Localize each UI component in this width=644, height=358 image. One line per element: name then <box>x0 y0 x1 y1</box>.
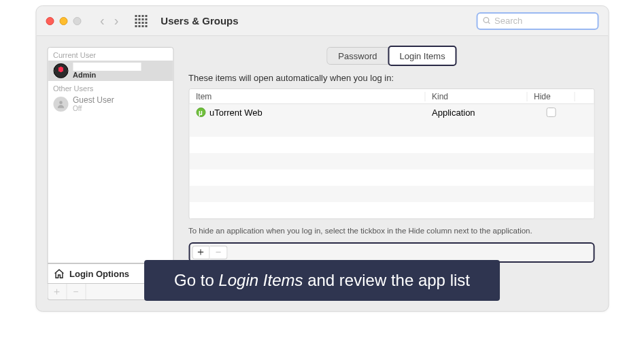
svg-line-1 <box>488 22 490 24</box>
forward-button: › <box>114 13 119 29</box>
login-options-label: Login Options <box>69 269 129 279</box>
titlebar: ‹ › Users & Groups <box>36 6 608 36</box>
tab-password[interactable]: Password <box>327 48 388 64</box>
table-row[interactable]: µ uTorrent Web Application <box>189 104 594 120</box>
caption-suffix: and review the app list <box>303 271 469 289</box>
nav-arrows: ‹ › <box>100 13 118 29</box>
current-user-row[interactable]: Admin <box>48 61 173 81</box>
user-list: Current User Admin Other Users <box>47 47 173 263</box>
add-item-button[interactable]: ＋ <box>192 246 209 259</box>
col-item[interactable]: Item <box>189 92 425 101</box>
minimize-button[interactable] <box>59 17 67 25</box>
search-field-container[interactable] <box>476 12 598 30</box>
guest-user-row[interactable]: Guest User Off <box>48 94 173 114</box>
utorrent-icon: µ <box>196 108 205 117</box>
empty-rows <box>189 120 594 218</box>
login-items-description: These items will open automatically when… <box>188 73 594 83</box>
house-icon <box>53 268 65 280</box>
tabs: Password Login Items <box>326 47 456 65</box>
instruction-caption: Go to Login Items and review the app lis… <box>144 260 500 301</box>
current-user-header: Current User <box>48 48 173 61</box>
other-users-header: Other Users <box>48 81 173 94</box>
item-kind: Application <box>425 108 527 118</box>
svg-point-2 <box>59 101 63 105</box>
guest-user-status: Off <box>73 105 114 112</box>
zoom-button <box>73 17 81 25</box>
close-button[interactable] <box>46 17 54 25</box>
current-user-name <box>73 63 141 71</box>
avatar <box>53 97 68 112</box>
hide-checkbox[interactable] <box>546 108 556 117</box>
remove-user-button: － <box>67 284 86 299</box>
tab-login-items[interactable]: Login Items <box>388 46 456 66</box>
item-name: uTorrent Web <box>209 108 262 118</box>
svg-point-0 <box>484 18 489 23</box>
login-items-table: Item Kind Hide µ uTorrent Web Applicatio… <box>188 88 594 219</box>
current-user-role: Admin <box>73 71 141 79</box>
search-input[interactable] <box>494 16 592 26</box>
col-kind[interactable]: Kind <box>425 92 527 101</box>
back-button[interactable]: ‹ <box>100 13 105 29</box>
add-user-button: ＋ <box>48 284 67 299</box>
window-controls <box>46 17 81 25</box>
window-title: Users & Groups <box>160 15 238 27</box>
avatar <box>53 63 68 78</box>
caption-prefix: Go to <box>174 271 218 289</box>
search-icon <box>482 16 491 25</box>
remove-item-button[interactable]: － <box>209 246 227 259</box>
hide-hint: To hide an application when you log in, … <box>188 226 542 237</box>
show-all-icon[interactable] <box>135 15 147 27</box>
col-hide[interactable]: Hide <box>527 92 575 101</box>
guest-user-name: Guest User <box>73 96 114 105</box>
table-header: Item Kind Hide <box>189 89 594 104</box>
caption-em: Login Items <box>218 271 303 289</box>
